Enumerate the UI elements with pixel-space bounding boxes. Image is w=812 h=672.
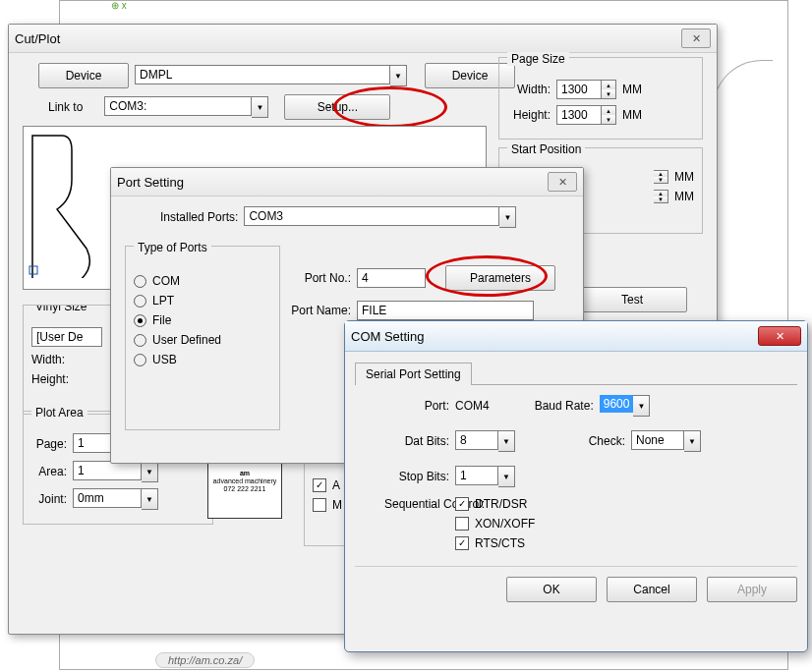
type-of-ports-legend: Type of Ports — [134, 241, 211, 254]
linkto-input[interactable] — [104, 96, 252, 116]
ok-button[interactable]: OK — [506, 577, 597, 602]
checkbox[interactable]: ✓ — [313, 478, 326, 492]
baud-label: Baud Rate: — [535, 399, 594, 413]
width-spinner[interactable]: ▲▼ — [556, 80, 616, 99]
port-label: Port: — [394, 399, 449, 413]
baud-value: 9600 — [600, 395, 634, 413]
portname-input[interactable] — [357, 301, 534, 320]
chevron-down-icon[interactable]: ▼ — [390, 65, 407, 86]
installed-ports-label: Installed Ports: — [160, 210, 238, 224]
button-bar: OK Cancel Apply — [355, 566, 797, 602]
rts-checkbox[interactable]: ✓ — [455, 536, 469, 550]
height-label: Height: — [507, 108, 551, 122]
pagesize-legend: Page Size — [507, 52, 569, 66]
test-button[interactable]: Test — [577, 287, 687, 312]
device-input[interactable] — [135, 65, 390, 84]
databits-label: Dat Bits: — [394, 434, 449, 448]
radio-userdefined[interactable]: User Defined — [134, 333, 271, 347]
installed-ports-combo[interactable]: ▼ — [244, 206, 516, 228]
stopbits-label: Stop Bits: — [394, 470, 449, 483]
checkbox[interactable] — [313, 498, 326, 512]
svg-rect-0 — [29, 266, 37, 274]
close-icon[interactable]: ✕ — [758, 326, 801, 346]
vinylsize-combo[interactable] — [31, 327, 102, 347]
v-width-label: Width: — [31, 353, 65, 366]
chevron-down-icon[interactable]: ▼ — [252, 96, 268, 118]
device-combo[interactable]: ▼ — [135, 65, 407, 86]
comsetting-window: COM Setting ✕ Serial Port Setting Port: … — [344, 320, 808, 652]
plotarea-legend: Plot Area — [31, 406, 87, 420]
seq-control-label: Sequential Control: — [384, 497, 449, 513]
setup-button[interactable]: Setup... — [284, 94, 390, 120]
dtr-checkbox[interactable]: ✓ — [455, 497, 469, 511]
type-of-ports-group: Type of Ports COM LPT File User Defined … — [125, 246, 280, 430]
parameters-button[interactable]: Parameters — [445, 265, 555, 291]
joint-label: Joint: — [31, 492, 67, 506]
check-combo[interactable]: ▼ — [631, 430, 701, 452]
height-spinner[interactable]: ▲▼ — [556, 105, 616, 125]
portsetting-title: Port Setting — [117, 175, 184, 190]
tabset: Serial Port Setting — [355, 362, 797, 385]
radio-file[interactable]: File — [134, 313, 271, 327]
startpos-legend: Start Position — [507, 142, 585, 156]
linkto-label: Link to — [48, 100, 83, 114]
radio-usb[interactable]: USB — [134, 353, 271, 366]
vinylsize-legend: Vinyl Size — [31, 305, 90, 313]
linkto-combo[interactable]: ▼ — [104, 96, 268, 118]
page-label: Page: — [31, 437, 67, 451]
device-button[interactable]: Device — [38, 63, 129, 88]
check-label: Check: — [580, 434, 625, 448]
chevron-down-icon[interactable]: ▼ — [499, 206, 516, 228]
databits-combo[interactable]: ▼ — [455, 430, 515, 452]
radio-com[interactable]: COM — [134, 274, 271, 288]
cutplot-titlebar: Cut/Plot ✕ — [9, 25, 717, 53]
port-value: COM4 — [455, 399, 490, 413]
area-label: Area: — [31, 465, 67, 478]
chevron-down-icon[interactable]: ▼ — [633, 395, 650, 417]
v-height-label: Height: — [31, 372, 69, 386]
comsetting-title: COM Setting — [351, 329, 424, 344]
apply-button[interactable]: Apply — [707, 577, 797, 602]
xon-checkbox[interactable] — [455, 517, 469, 531]
comsetting-titlebar: COM Setting ✕ — [345, 321, 807, 352]
mm-unit: MM — [622, 83, 642, 96]
portsetting-titlebar: Port Setting ✕ — [111, 168, 583, 196]
footer-url: http://am.co.za/ — [155, 652, 255, 668]
mm-unit: MM — [622, 108, 642, 122]
axis-origin: ⊕ x — [111, 0, 127, 11]
close-icon[interactable]: ✕ — [681, 28, 711, 48]
cancel-button[interactable]: Cancel — [607, 577, 697, 602]
cutplot-title: Cut/Plot — [15, 31, 60, 46]
stopbits-combo[interactable]: ▼ — [455, 466, 515, 487]
width-label: Width: — [507, 83, 551, 96]
tab-serial-port[interactable]: Serial Port Setting — [355, 363, 472, 385]
baud-combo[interactable]: 9600 ▼ — [600, 395, 651, 417]
close-icon[interactable]: ✕ — [548, 172, 577, 192]
portname-label: Port Name: — [288, 304, 351, 317]
portno-label: Port No.: — [288, 271, 351, 285]
portno-input[interactable] — [357, 268, 426, 288]
pagesize-group: Page Size Width: ▲▼ MM Height: ▲▼ MM — [498, 57, 703, 140]
radio-lpt[interactable]: LPT — [134, 294, 271, 308]
